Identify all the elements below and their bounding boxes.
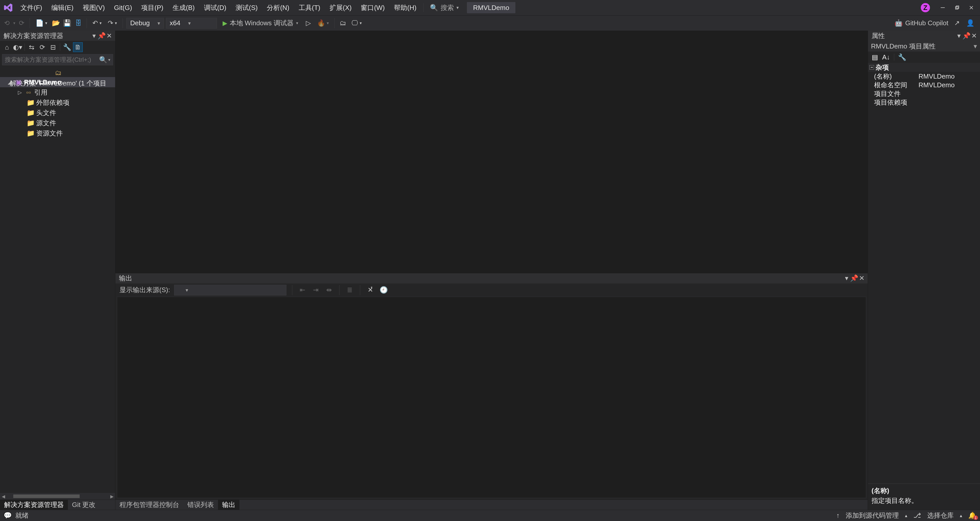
expander-icon[interactable]: ◢ [6, 79, 13, 85]
window-position-icon[interactable]: ▾ [843, 275, 850, 282]
tab-solution-explorer[interactable]: 解决方案资源管理器 [0, 500, 68, 510]
collapse-icon[interactable]: − [869, 65, 874, 70]
window-close[interactable] [964, 0, 978, 15]
start-debugging-button[interactable]: ▶ 本地 Windows 调试器 ▾ [219, 18, 302, 29]
select-repo[interactable]: 选择仓库 [927, 511, 954, 520]
indent-less-icon[interactable]: ⇤ [298, 286, 307, 295]
refresh-icon[interactable]: ⟳ [38, 42, 47, 52]
expander-icon[interactable]: ▷ [16, 89, 23, 95]
word-wrap-icon[interactable]: ≣ [345, 286, 354, 295]
scroll-left-icon[interactable]: ◂ [0, 492, 6, 500]
solution-explorer-search[interactable]: 🔍▾ [2, 54, 113, 65]
menu-window[interactable]: 窗口(W) [356, 0, 389, 15]
property-value: RMVLDemo [916, 73, 980, 80]
repo-icon[interactable]: ⎇ [913, 511, 921, 519]
arrow-up-icon[interactable]: ↑ [836, 511, 840, 519]
nav-forward-icon[interactable]: ⟳ [18, 19, 26, 27]
project-pill[interactable]: RMVLDemo [467, 2, 515, 13]
start-without-debug-button[interactable]: ▷ [304, 19, 313, 28]
tab-error-list[interactable]: 错误列表 [183, 500, 218, 510]
clear-indent-icon[interactable]: ⇹ [325, 286, 334, 295]
add-to-source-control[interactable]: 添加到源代码管理 [846, 511, 899, 520]
menu-view[interactable]: 视图(V) [78, 0, 110, 15]
account-settings-button[interactable]: 👤 [966, 19, 975, 28]
properties-object-selector[interactable]: RMVLDemo 项目属性 ▾ [868, 41, 980, 52]
window-restore[interactable] [950, 0, 964, 15]
svg-rect-2 [956, 6, 959, 8]
references-node[interactable]: ▷ ▫▫ 引用 [0, 87, 115, 97]
scroll-right-icon[interactable]: ▸ [108, 492, 115, 500]
pin-icon[interactable]: 📌 [963, 32, 970, 40]
home-icon[interactable]: ⌂ [2, 42, 12, 52]
sources-node[interactable]: 📁 源文件 [0, 118, 115, 128]
close-icon[interactable]: ✕ [858, 275, 865, 282]
output-text-area[interactable] [117, 297, 866, 498]
sync-icon[interactable]: ⇆ [27, 42, 37, 52]
menu-build[interactable]: 生成(B) [168, 0, 199, 15]
open-file-button[interactable]: 📂 [51, 19, 60, 28]
undo-dropdown[interactable]: ↶ ▾ [91, 19, 103, 28]
property-row-project-deps[interactable]: 项目依赖项 [868, 98, 980, 106]
solution-node[interactable]: 🗂 解决方案 'RMVLDemo' (1 个项目 [0, 67, 115, 77]
scrollbar-thumb[interactable] [13, 494, 80, 498]
window-position-icon[interactable]: ▾ [90, 32, 98, 40]
save-button[interactable]: 💾 [62, 19, 72, 28]
menu-tools[interactable]: 工具(T) [294, 0, 325, 15]
properties-icon[interactable]: 🔧 [62, 42, 72, 52]
categorized-icon[interactable]: ▤ [870, 52, 880, 62]
live-share-dropdown[interactable]: 🖵▾ [350, 19, 364, 28]
resources-node[interactable]: 📁 资源文件 [0, 128, 115, 138]
indent-more-icon[interactable]: ⇥ [311, 286, 320, 295]
headers-node[interactable]: 📁 头文件 [0, 108, 115, 118]
menu-file[interactable]: 文件(F) [16, 0, 47, 15]
switch-view-icon[interactable]: ◐▾ [13, 42, 22, 52]
nav-back-icon[interactable]: ⟲ [3, 19, 11, 27]
solution-search-input[interactable] [5, 56, 99, 63]
alphabetical-icon[interactable]: A↓ [881, 52, 891, 62]
external-deps-node[interactable]: 📁 外部依赖项 [0, 97, 115, 108]
property-row-name[interactable]: (名称) RMVLDemo [868, 72, 980, 81]
menu-edit[interactable]: 编辑(E) [47, 0, 78, 15]
browse-button[interactable]: 🗂 [338, 19, 347, 28]
pin-icon[interactable]: 📌 [98, 32, 105, 40]
horizontal-scrollbar[interactable]: ◂ ▸ [0, 493, 115, 500]
configuration-combo[interactable]: Debug ▾ [126, 18, 164, 29]
tab-git-changes[interactable]: Git 更改 [68, 500, 100, 510]
save-all-button[interactable]: 🗄 [74, 19, 83, 28]
collapse-all-icon[interactable]: ⊟ [48, 42, 58, 52]
github-copilot-button[interactable]: 🤖 GitHub Copilot [894, 19, 948, 27]
property-category[interactable]: − 杂项 [868, 63, 980, 72]
menu-project[interactable]: 项目(P) [137, 0, 168, 15]
property-row-project-file[interactable]: 项目文件 [868, 89, 980, 98]
platform-combo[interactable]: x64 ▾ [166, 18, 217, 29]
pin-icon[interactable]: 📌 [850, 275, 858, 282]
close-icon[interactable]: ✕ [105, 32, 113, 40]
menu-analyze[interactable]: 分析(N) [262, 0, 294, 15]
redo-dropdown[interactable]: ↷ ▾ [106, 19, 119, 28]
title-search[interactable]: 🔍 搜索 ▾ [426, 3, 462, 12]
menu-ext[interactable]: 扩展(X) [325, 0, 356, 15]
menu-debug[interactable]: 调试(D) [199, 0, 231, 15]
menu-git[interactable]: Git(G) [110, 0, 137, 15]
tab-output[interactable]: 输出 [218, 500, 239, 510]
show-all-files-icon[interactable]: 🗎 [73, 42, 83, 52]
property-pages-icon[interactable]: 🔧 [897, 52, 907, 62]
new-item-dropdown[interactable]: 📄▾ [33, 19, 49, 28]
output-source-combo[interactable]: ▾ [174, 285, 286, 295]
notifications-button[interactable]: 🔔 1 [968, 511, 977, 519]
clear-all-icon[interactable]: ✕̽ [366, 286, 375, 295]
output-window-icon[interactable]: 💬 [3, 511, 12, 519]
share-button[interactable]: ↗ [953, 19, 962, 28]
menu-test[interactable]: 测试(S) [231, 0, 262, 15]
properties-title: 属性 [872, 32, 955, 40]
tab-package-manager-console[interactable]: 程序包管理器控制台 [115, 500, 183, 510]
window-minimize[interactable] [935, 0, 950, 15]
menu-help[interactable]: 帮助(H) [389, 0, 421, 15]
chevron-up-icon: ▴ [960, 513, 962, 518]
window-position-icon[interactable]: ▾ [955, 32, 963, 40]
user-avatar[interactable]: Z [921, 3, 930, 12]
hot-reload-dropdown[interactable]: 🔥▾ [315, 19, 331, 28]
close-icon[interactable]: ✕ [970, 32, 978, 40]
timestamp-icon[interactable]: 🕘 [379, 286, 388, 295]
property-row-root-namespace[interactable]: 根命名空间 RMVLDemo [868, 81, 980, 89]
